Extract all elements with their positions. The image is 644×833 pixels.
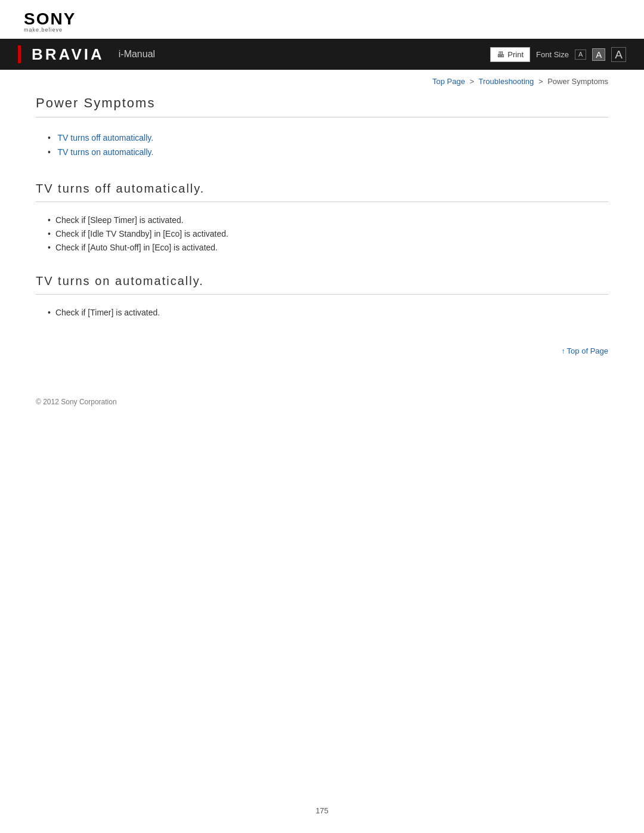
up-arrow-icon: ↑ (562, 347, 565, 355)
toc-list: TV turns off automatically. TV turns on … (36, 125, 608, 170)
font-size-medium-button[interactable]: A (592, 48, 605, 61)
breadcrumb-troubleshooting[interactable]: Troubleshooting (479, 77, 534, 86)
logo-area: SONY make.believe (0, 0, 644, 39)
nav-bar: BRAVIA i-Manual 🖶 Print Font Size A A A (0, 39, 644, 70)
bullet-on-1: Check if [Timer] is activated. (48, 308, 608, 317)
toc-link-off[interactable]: TV turns off automatically. (58, 133, 154, 143)
font-size-large-button[interactable]: A (611, 47, 626, 62)
top-of-page-container: ↑Top of Page (36, 345, 608, 368)
breadcrumb-current: Power Symptoms (547, 77, 608, 86)
bravia-red-accent (18, 45, 21, 63)
sony-wordmark: SONY (24, 11, 620, 27)
breadcrumb-sep2: > (538, 77, 543, 86)
print-label: Print (507, 50, 524, 59)
page-title: Power Symptoms (36, 95, 608, 117)
nav-bar-right: 🖶 Print Font Size A A A (490, 47, 626, 62)
bullet-off-2: Check if [Idle TV Standby] in [Eco] is a… (48, 229, 608, 239)
nav-bar-left: BRAVIA i-Manual (18, 45, 155, 64)
copyright-text: © 2012 Sony Corporation (36, 398, 117, 406)
section-off-title: TV turns off automatically. (36, 182, 608, 202)
imanual-text: i-Manual (119, 49, 155, 60)
section-on-title: TV turns on automatically. (36, 274, 608, 295)
breadcrumb-top-page[interactable]: Top Page (432, 77, 465, 86)
section-on-bullets: Check if [Timer] is activated. (36, 302, 608, 327)
top-of-page-link[interactable]: ↑Top of Page (562, 346, 608, 355)
sony-logo: SONY make.believe (24, 11, 620, 33)
top-of-page-label: Top of Page (567, 346, 608, 355)
toc-item-on: TV turns on automatically. (48, 147, 608, 157)
content-area: Top Page > Troubleshooting > Power Sympt… (0, 70, 644, 392)
breadcrumb-sep1: > (470, 77, 475, 86)
toc-link-on[interactable]: TV turns on automatically. (58, 147, 154, 157)
print-icon: 🖶 (497, 50, 504, 59)
main-content: Power Symptoms TV turns off automaticall… (36, 95, 608, 368)
page-number: 175 (0, 806, 644, 815)
font-size-small-button[interactable]: A (575, 49, 586, 60)
section-off-bullets: Check if [Sleep Timer] is activated. Che… (36, 209, 608, 262)
footer: © 2012 Sony Corporation (0, 392, 644, 412)
breadcrumb: Top Page > Troubleshooting > Power Sympt… (36, 70, 608, 95)
bullet-off-3: Check if [Auto Shut-off] in [Eco] is act… (48, 243, 608, 252)
bullet-off-1: Check if [Sleep Timer] is activated. (48, 215, 608, 225)
bravia-logo-text: BRAVIA (32, 45, 104, 64)
font-size-label: Font Size (536, 50, 569, 59)
print-button[interactable]: 🖶 Print (490, 47, 530, 62)
sony-tagline: make.believe (24, 27, 620, 33)
toc-item-off: TV turns off automatically. (48, 133, 608, 143)
